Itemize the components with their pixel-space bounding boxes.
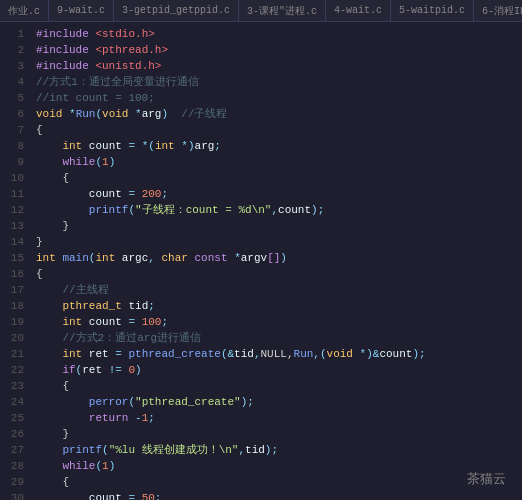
code-line-29: printf("%lu 线程创建成功！\n",tid); — [36, 442, 514, 458]
tab-zuye[interactable]: 作业.c — [0, 0, 49, 21]
code-line-17: int main(int argc, char const *argv[]) — [36, 250, 514, 266]
tab-zuye-label: 作业.c — [8, 4, 40, 18]
code-line-5: //int count = 100; — [36, 90, 514, 106]
code-line-11: count = 200; — [36, 186, 514, 202]
watermark: 茶猫云 — [467, 470, 506, 488]
code-line-20: pthread_t tid; — [36, 298, 514, 314]
code-line-1: #include <stdio.h> — [36, 26, 514, 42]
code-line-10: { — [36, 170, 514, 186]
code-line-15: } — [36, 234, 514, 250]
tab-3getpid-label: 3-getpid_getppid.c — [122, 5, 230, 16]
tab-9wait-label: 9-wait.c — [57, 5, 105, 16]
code-line-3: #include <unistd.h> — [36, 58, 514, 74]
code-line-32: count = 50; — [36, 490, 514, 500]
tab-3getpid[interactable]: 3-getpid_getppid.c — [114, 0, 239, 21]
code-line-26: perror("pthread_create"); — [36, 394, 514, 410]
code-line-12: printf("子线程：count = %d\n",count); — [36, 202, 514, 218]
tab-5waitpid-label: 5-waitpid.c — [399, 5, 465, 16]
code-line-21: int count = 100; — [36, 314, 514, 330]
code-line-9: while(1) — [36, 154, 514, 170]
tab-9wait[interactable]: 9-wait.c — [49, 0, 114, 21]
code-line-13: } — [36, 218, 514, 234]
tab-6pid[interactable]: 6-消程ID.c — [474, 0, 522, 21]
code-line-22: //方式2：通过arg进行通信 — [36, 330, 514, 346]
code-line-30: while(1) — [36, 458, 514, 474]
code-line-27: return -1; — [36, 410, 514, 426]
code-line-23: int ret = pthread_create(&tid,NULL,Run,(… — [36, 346, 514, 362]
tab-3kecheng-label: 3-课程"进程.c — [247, 4, 317, 18]
code-line-19: //主线程 — [36, 282, 514, 298]
tab-6pid-label: 6-消程ID.c — [482, 4, 522, 18]
line-numbers: 12345 678910 1112131415 1617181920 21222… — [0, 22, 28, 500]
code-line-31: { — [36, 474, 514, 490]
code-line-18: { — [36, 266, 514, 282]
code-line-6: void *Run(void *arg) //子线程 — [36, 106, 514, 122]
tab-4wait[interactable]: 4-wait.c — [326, 0, 391, 21]
code-line-25: { — [36, 378, 514, 394]
code-line-4: //方式1：通过全局变量进行通信 — [36, 74, 514, 90]
code-area[interactable]: #include <stdio.h> #include <pthread.h> … — [28, 22, 522, 500]
code-line-8: int count = *(int *)arg; — [36, 138, 514, 154]
tab-3kecheng[interactable]: 3-课程"进程.c — [239, 0, 326, 21]
code-line-24: if(ret != 0) — [36, 362, 514, 378]
code-line-2: #include <pthread.h> — [36, 42, 514, 58]
tab-5waitpid[interactable]: 5-waitpid.c — [391, 0, 474, 21]
tab-bar: 作业.c 9-wait.c 3-getpid_getppid.c 3-课程"进程… — [0, 0, 522, 22]
code-line-7: { — [36, 122, 514, 138]
tab-4wait-label: 4-wait.c — [334, 5, 382, 16]
code-line-28: } — [36, 426, 514, 442]
editor: 12345 678910 1112131415 1617181920 21222… — [0, 22, 522, 500]
